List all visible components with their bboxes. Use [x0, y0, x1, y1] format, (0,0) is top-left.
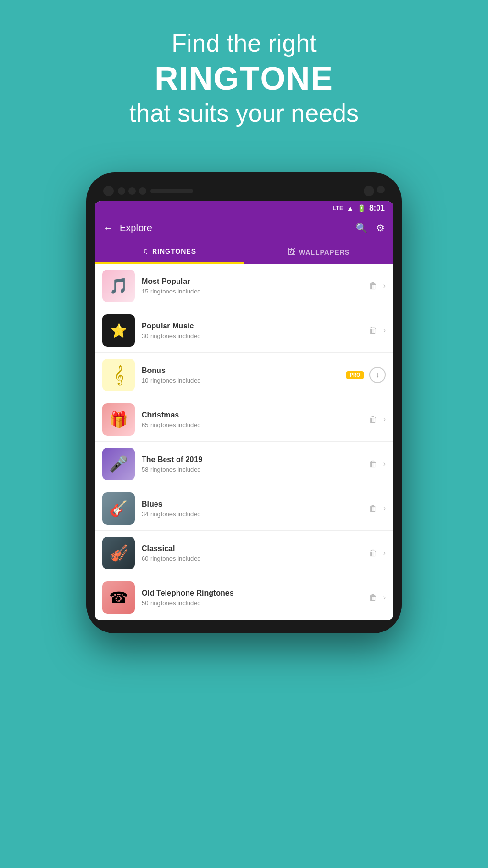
item-actions: 🗑 ›: [369, 459, 386, 469]
thumb-icon: 𝄞: [114, 365, 124, 385]
sensor-dot-2: [128, 187, 136, 195]
chevron-right-icon[interactable]: ›: [383, 282, 386, 290]
pro-badge: PRO: [346, 371, 364, 379]
item-subtitle: 15 ringtones included: [142, 288, 362, 295]
list-item[interactable]: 🎁 Christmas 65 ringtones included 🗑 ›: [95, 397, 393, 442]
thumb-icon: 🎸: [109, 499, 128, 518]
item-thumbnail: 🎤: [102, 448, 135, 480]
item-subtitle: 30 ringtones included: [142, 332, 362, 339]
phone-mockup: LTE ▲ 🔋 8:01 ← Explore 🔍 ⚙ ♫: [86, 172, 402, 633]
wallpaper-tab-icon: 🖼: [288, 248, 295, 257]
delete-icon[interactable]: 🗑: [369, 415, 377, 425]
status-time: 8:01: [369, 204, 385, 213]
battery-icon: 🔋: [357, 204, 366, 212]
item-actions: 🗑 ›: [369, 415, 386, 425]
header-title: Explore: [120, 223, 152, 234]
chevron-right-icon[interactable]: ›: [383, 549, 386, 557]
item-thumbnail: 𝄞: [102, 359, 135, 391]
speaker-bar: [150, 189, 193, 193]
download-icon: ↓: [376, 371, 379, 379]
chevron-right-icon[interactable]: ›: [383, 593, 386, 602]
item-thumbnail: 🎁: [102, 403, 135, 436]
thumb-icon: 🎁: [109, 410, 128, 428]
list-item[interactable]: 𝄞 Bonus 10 ringtones included PRO ↓: [95, 353, 393, 397]
delete-icon[interactable]: 🗑: [369, 548, 377, 558]
delete-icon[interactable]: 🗑: [369, 326, 377, 336]
hero-line3: that suits your needs: [0, 99, 488, 127]
phone-screen: LTE ▲ 🔋 8:01 ← Explore 🔍 ⚙ ♫: [95, 201, 393, 620]
item-title: The Best of 2019: [142, 455, 362, 464]
signal-icon: ▲: [347, 204, 354, 212]
tab-wallpapers-label: WALLPAPERS: [299, 248, 350, 256]
item-title: Popular Music: [142, 322, 362, 330]
item-title: Classical: [142, 544, 362, 553]
item-title: Most Popular: [142, 277, 362, 286]
hero-line2: RINGTONE: [0, 59, 488, 97]
list-item[interactable]: 🎸 Blues 34 ringtones included 🗑 ›: [95, 486, 393, 531]
header-right: 🔍 ⚙: [355, 222, 385, 234]
thumb-icon: 🎻: [109, 544, 128, 562]
item-info: Popular Music 30 ringtones included: [142, 322, 362, 339]
tab-bar: ♫ RINGTONES 🖼 WALLPAPERS: [95, 240, 393, 264]
camera-area: [103, 186, 193, 196]
phone-top-bar: [95, 186, 393, 201]
item-thumbnail: 🎸: [102, 492, 135, 525]
chevron-right-icon[interactable]: ›: [383, 326, 386, 335]
chevron-right-icon[interactable]: ›: [383, 460, 386, 468]
item-subtitle: 65 ringtones included: [142, 421, 362, 428]
item-info: Blues 34 ringtones included: [142, 500, 362, 518]
note-icon: ♪: [114, 326, 120, 339]
item-thumbnail: 🎵: [102, 270, 135, 302]
sensor-right: [377, 186, 385, 193]
list-item[interactable]: 🎻 Classical 60 ringtones included 🗑 ›: [95, 531, 393, 575]
settings-icon[interactable]: ⚙: [376, 222, 385, 234]
item-subtitle: 10 ringtones included: [142, 377, 340, 384]
item-actions: PRO ↓: [346, 367, 386, 383]
delete-icon[interactable]: 🗑: [369, 281, 377, 291]
item-subtitle: 58 ringtones included: [142, 466, 362, 473]
item-title: Christmas: [142, 411, 362, 419]
status-bar: LTE ▲ 🔋 8:01: [95, 201, 393, 215]
item-thumbnail: ⭐ ♪: [102, 314, 135, 347]
list-item[interactable]: 🎤 The Best of 2019 58 ringtones included…: [95, 442, 393, 486]
item-actions: 🗑 ›: [369, 504, 386, 514]
search-icon[interactable]: 🔍: [355, 222, 367, 234]
download-button[interactable]: ↓: [369, 367, 386, 383]
sensor-dots: [118, 187, 146, 195]
right-sensors: [364, 186, 385, 196]
lte-indicator: LTE: [333, 205, 343, 212]
thumb-icon: 🎵: [109, 277, 128, 295]
list-item[interactable]: 🎵 Most Popular 15 ringtones included 🗑 ›: [95, 264, 393, 308]
delete-icon[interactable]: 🗑: [369, 459, 377, 469]
front-camera: [364, 186, 374, 196]
item-info: Bonus 10 ringtones included: [142, 366, 340, 384]
item-thumbnail: 🎻: [102, 537, 135, 569]
delete-icon[interactable]: 🗑: [369, 504, 377, 514]
back-button[interactable]: ←: [103, 223, 113, 234]
header-left: ← Explore: [103, 223, 152, 234]
sensor-dot: [118, 187, 125, 195]
thumb-icon: ☎: [109, 588, 128, 607]
item-thumbnail: ☎: [102, 581, 135, 614]
item-subtitle: 60 ringtones included: [142, 555, 362, 562]
item-title: Old Telephone Ringtones: [142, 589, 362, 597]
ringtones-list: 🎵 Most Popular 15 ringtones included 🗑 ›…: [95, 264, 393, 620]
item-subtitle: 34 ringtones included: [142, 510, 362, 518]
music-tab-icon: ♫: [143, 247, 148, 256]
camera-dot: [103, 186, 114, 196]
item-info: Classical 60 ringtones included: [142, 544, 362, 562]
list-item[interactable]: ⭐ ♪ Popular Music 30 ringtones included …: [95, 308, 393, 353]
tab-wallpapers[interactable]: 🖼 WALLPAPERS: [244, 240, 393, 264]
chevron-right-icon[interactable]: ›: [383, 415, 386, 424]
item-actions: 🗑 ›: [369, 593, 386, 603]
chevron-right-icon[interactable]: ›: [383, 504, 386, 513]
item-actions: 🗑 ›: [369, 548, 386, 558]
item-subtitle: 50 ringtones included: [142, 599, 362, 607]
list-item[interactable]: ☎ Old Telephone Ringtones 50 ringtones i…: [95, 575, 393, 620]
delete-icon[interactable]: 🗑: [369, 593, 377, 603]
tab-ringtones[interactable]: ♫ RINGTONES: [95, 240, 244, 264]
hero-text-block: Find the right RINGTONE that suits your …: [0, 0, 488, 127]
phone-shell: LTE ▲ 🔋 8:01 ← Explore 🔍 ⚙ ♫: [86, 172, 402, 633]
item-info: Old Telephone Ringtones 50 ringtones inc…: [142, 589, 362, 607]
item-actions: 🗑 ›: [369, 281, 386, 291]
